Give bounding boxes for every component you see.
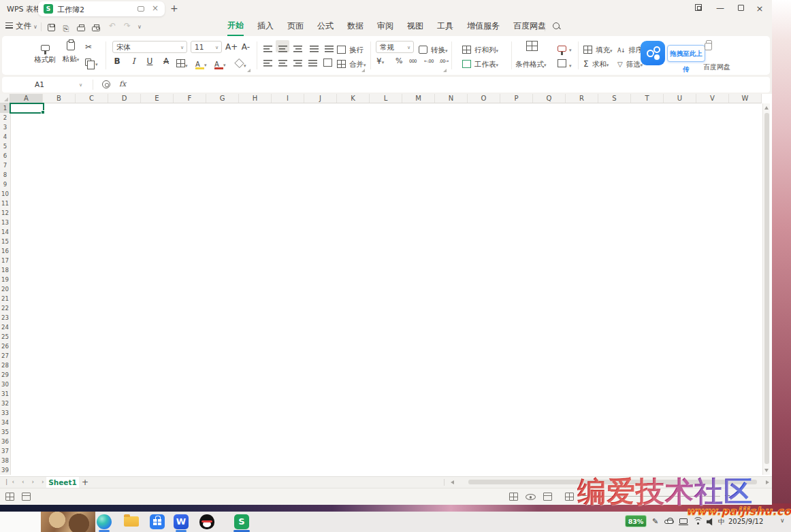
save-button[interactable] (45, 21, 57, 33)
paste-button[interactable]: 粘贴▾ (59, 40, 82, 64)
row-header-36[interactable]: 36 (0, 437, 10, 446)
column-header-K[interactable]: K (337, 94, 370, 103)
reading-view-icon[interactable] (526, 494, 536, 500)
wifi-icon[interactable] (693, 517, 703, 525)
name-box[interactable]: A1 ∨ (2, 77, 92, 93)
macro-record-icon[interactable] (22, 493, 31, 501)
column-header-O[interactable]: O (468, 94, 500, 103)
row-header-31[interactable]: 31 (0, 389, 10, 399)
thousands-button[interactable]: 000 (409, 59, 417, 64)
tray-date[interactable]: 2025/9/12 (728, 518, 763, 525)
table-style-icon[interactable] (526, 41, 538, 54)
column-header-E[interactable]: E (141, 94, 174, 103)
cell-mode-icon[interactable] (5, 493, 14, 501)
spreadsheet-grid[interactable]: ABCDEFGHIJKLMNOPQRSTUVW 1234567891011121… (0, 94, 772, 476)
column-header-Q[interactable]: Q (533, 94, 566, 103)
cut-button[interactable]: ✂ (85, 42, 92, 52)
column-header-I[interactable]: I (272, 94, 304, 103)
scroll-down-icon[interactable] (764, 469, 769, 472)
widgets-thumbnail[interactable] (41, 512, 95, 532)
add-decimal-button[interactable]: ←.00 (424, 59, 434, 64)
normal-view-icon[interactable] (509, 493, 518, 501)
menu-tab-页面[interactable]: 页面 (287, 18, 304, 35)
row-header-2[interactable]: 2 (0, 113, 10, 122)
decrease-indent-button[interactable] (307, 40, 321, 52)
row-header-7[interactable]: 7 (0, 161, 10, 170)
font-group-expand-icon[interactable] (247, 69, 251, 72)
redo-button[interactable]: ↷ (121, 21, 133, 33)
worksheet-button[interactable]: 工作表▾ (462, 56, 498, 69)
row-header-10[interactable]: 10 (0, 189, 10, 199)
column-header-U[interactable]: U (664, 94, 696, 103)
column-header-S[interactable]: S (598, 94, 631, 103)
column-header-A[interactable]: A (10, 94, 43, 103)
borders-button[interactable]: ▾ (176, 57, 188, 70)
scroll-up-icon[interactable] (764, 106, 769, 110)
column-header-P[interactable]: P (500, 94, 533, 103)
row-header-39[interactable]: 39 (0, 465, 10, 475)
row-header-28[interactable]: 28 (0, 361, 10, 370)
file-explorer-icon[interactable] (124, 516, 139, 527)
vertical-text-button[interactable] (321, 54, 334, 67)
minimize-button[interactable]: — (715, 3, 726, 14)
selected-cell-outline[interactable] (10, 103, 44, 114)
share-button[interactable]: ⎘ (60, 21, 72, 33)
formula-search-icon[interactable] (102, 80, 110, 88)
row-header-26[interactable]: 26 (0, 342, 10, 351)
row-header-3[interactable]: 3 (0, 122, 10, 132)
remove-decimal-button[interactable]: .00→ (439, 59, 449, 64)
display-icon[interactable] (679, 518, 688, 524)
wps-icon[interactable]: S (234, 514, 249, 529)
menu-tab-视图[interactable]: 视图 (407, 18, 423, 35)
merge-cells-button[interactable]: 合并▾ (337, 56, 366, 69)
menu-tab-审阅[interactable]: 审阅 (377, 18, 393, 35)
font-color-button[interactable]: A▾ (214, 56, 226, 69)
column-header-N[interactable]: N (435, 94, 468, 103)
qq-icon[interactable] (199, 514, 214, 529)
number-format-select[interactable]: 常规∨ (376, 41, 414, 53)
format-painter-button[interactable]: 格式刷 (33, 41, 56, 65)
row-header-11[interactable]: 11 (0, 199, 10, 208)
print-button[interactable] (75, 21, 87, 33)
battery-saver-badge[interactable]: 83% (625, 515, 647, 527)
quick-access-customize-button[interactable]: ∨ (133, 21, 146, 33)
column-header-W[interactable]: W (729, 94, 762, 103)
row-header-23[interactable]: 23 (0, 313, 10, 322)
column-header-B[interactable]: B (43, 94, 76, 103)
row-header-18[interactable]: 18 (0, 265, 10, 275)
strikethrough-button[interactable]: A (160, 56, 172, 66)
row-header-29[interactable]: 29 (0, 370, 10, 380)
column-header-D[interactable]: D (108, 94, 141, 103)
row-header-4[interactable]: 4 (0, 132, 10, 142)
align-center-button[interactable] (276, 54, 289, 67)
row-header-20[interactable]: 20 (0, 284, 10, 294)
row-header-30[interactable]: 30 (0, 380, 10, 389)
edge-icon[interactable] (97, 514, 112, 529)
column-header-M[interactable]: M (402, 94, 435, 103)
row-header-17[interactable]: 17 (0, 256, 10, 265)
row-header-38[interactable]: 38 (0, 456, 10, 465)
tab-preview-icon[interactable] (138, 6, 144, 12)
vertical-scrollbar[interactable] (762, 103, 770, 475)
currency-button[interactable]: ¥▾ (376, 56, 384, 66)
row-header-12[interactable]: 12 (0, 208, 10, 218)
column-header-V[interactable]: V (696, 94, 729, 103)
maximize-button[interactable] (735, 3, 746, 14)
select-all-corner[interactable] (0, 94, 10, 103)
column-header-T[interactable]: T (631, 94, 664, 103)
row-header-13[interactable]: 13 (0, 218, 10, 227)
column-header-L[interactable]: L (370, 94, 402, 103)
formula-input[interactable] (138, 77, 767, 93)
number-group-expand-icon[interactable] (443, 69, 447, 72)
row-header-21[interactable]: 21 (0, 294, 10, 303)
filter-button[interactable]: ▽ 筛选▾ (617, 56, 643, 69)
shrink-font-button[interactable]: A- (240, 42, 252, 52)
pen-icon[interactable]: ✎ (652, 517, 658, 526)
italic-button[interactable]: I (127, 56, 140, 66)
row-header-35[interactable]: 35 (0, 427, 10, 437)
align-left-button[interactable] (261, 54, 274, 67)
file-menu-button[interactable]: 文件∨ (5, 21, 37, 31)
increase-indent-button[interactable] (322, 40, 336, 52)
add-sheet-button[interactable]: + (82, 478, 88, 487)
menu-tab-数据[interactable]: 数据 (347, 18, 364, 35)
